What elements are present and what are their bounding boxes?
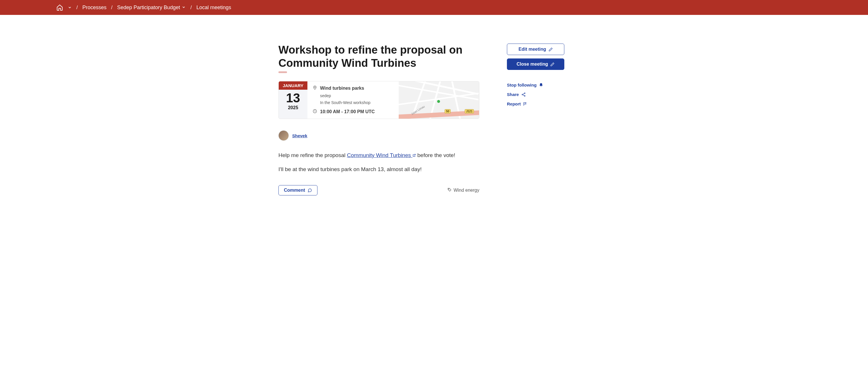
- bell-icon: [539, 83, 544, 88]
- avatar[interactable]: [278, 130, 289, 141]
- share-link[interactable]: Share: [507, 92, 564, 97]
- svg-point-2: [448, 188, 449, 189]
- comment-button[interactable]: Comment: [278, 185, 317, 196]
- meeting-description-2: I'll be at the wind turbines park on Mar…: [278, 165, 479, 174]
- event-location-sub2: In the South-West workshop: [320, 100, 394, 105]
- map-route-badge: 50: [445, 109, 451, 113]
- event-month: JANUARY: [279, 81, 307, 90]
- home-icon[interactable]: [56, 4, 63, 11]
- location-pin-icon: [313, 85, 317, 91]
- map-route-badge: J121: [465, 109, 474, 113]
- chevron-down-icon[interactable]: [68, 5, 72, 9]
- author-row: Shevek: [278, 130, 479, 141]
- tag-label: Wind energy: [454, 188, 479, 193]
- edit-meeting-button[interactable]: Edit meeting: [507, 43, 564, 55]
- title-accent: [278, 71, 287, 73]
- flag-icon: [523, 102, 528, 106]
- event-time: 10:00 AM - 17:00 PM UTC: [320, 109, 375, 114]
- external-link-icon: [412, 152, 416, 158]
- pencil-icon: [549, 47, 553, 51]
- event-location-name: Wind turbines parks: [320, 86, 364, 91]
- chevron-down-icon[interactable]: [182, 5, 186, 11]
- comment-icon: [307, 188, 312, 193]
- event-day: 13: [279, 90, 307, 105]
- breadcrumb-separator: /: [111, 5, 113, 11]
- breadcrumb-separator: /: [76, 5, 78, 11]
- pencil-icon: [550, 62, 555, 67]
- breadcrumb-processes[interactable]: Processes: [82, 5, 106, 11]
- breadcrumb-separator: /: [190, 5, 192, 11]
- breadcrumb-local-meetings[interactable]: Local meetings: [196, 5, 231, 11]
- page-title: Workshop to refine the proposal on Commu…: [278, 43, 479, 70]
- tag-icon: [447, 187, 452, 193]
- map-marker-icon: [437, 100, 440, 103]
- clock-icon: [313, 109, 317, 115]
- svg-point-0: [314, 87, 315, 88]
- close-meeting-button[interactable]: Close meeting: [507, 59, 564, 70]
- event-map[interactable]: Jalan Limau 50 J121: [399, 81, 479, 119]
- breadcrumb: / Processes / Sedep Participatory Budget…: [0, 0, 868, 15]
- event-info-card: JANUARY 13 2025 Wind turbines parks sede…: [278, 81, 479, 119]
- meeting-description-1: Help me refine the proposal Community Wi…: [278, 151, 479, 160]
- tag[interactable]: Wind energy: [447, 187, 479, 193]
- share-icon: [521, 92, 526, 97]
- event-date-block: JANUARY 13 2025: [279, 81, 307, 119]
- breadcrumb-sedep[interactable]: Sedep Participatory Budget: [117, 5, 180, 11]
- author-link[interactable]: Shevek: [292, 133, 307, 138]
- report-link[interactable]: Report: [507, 101, 564, 106]
- event-year: 2025: [279, 105, 307, 113]
- proposal-link[interactable]: Community Wind Turbines: [347, 152, 416, 158]
- event-location-sub1: sedep: [320, 94, 394, 98]
- follow-link[interactable]: Stop following: [507, 82, 564, 88]
